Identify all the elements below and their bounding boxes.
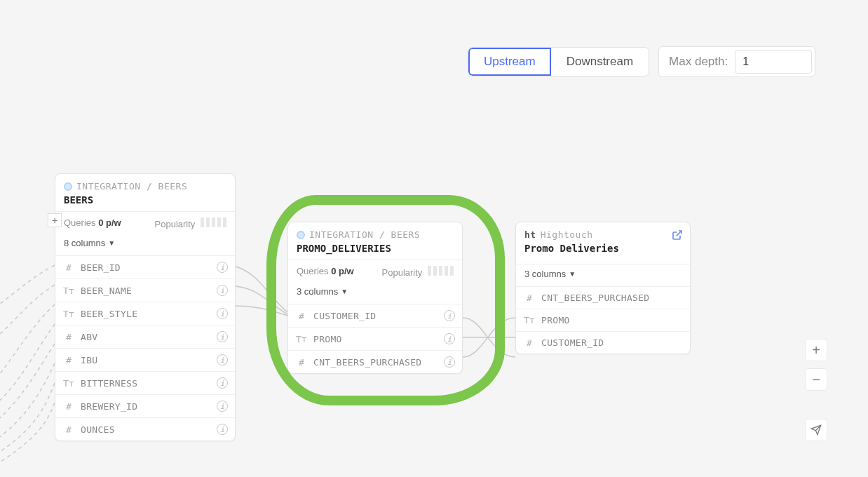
upstream-button[interactable]: Upstream	[468, 48, 551, 76]
column-row[interactable]: #CNT_BEERS_PURCHASED	[516, 287, 690, 309]
column-row[interactable]: #CUSTOMER_IDi	[288, 304, 462, 327]
queries-stat: Queries 0 p/w	[64, 217, 121, 229]
external-link-icon[interactable]	[672, 229, 683, 243]
max-depth-label: Max depth:	[669, 55, 728, 69]
vendor-abbrev: ht	[524, 229, 536, 240]
columns-toggle[interactable]: 3 columns ▼	[288, 282, 462, 304]
downstream-button[interactable]: Downstream	[551, 48, 649, 76]
column-row[interactable]: #CUSTOMER_ID	[516, 331, 690, 354]
info-icon[interactable]: i	[217, 401, 228, 412]
node-card-hightouch[interactable]: ht Hightouch Promo Deliveries 3 columns …	[515, 222, 691, 354]
columns-summary: 3 columns	[297, 286, 338, 297]
column-row[interactable]: TᴛBEER_NAMEi	[55, 278, 235, 302]
columns-summary: 8 columns	[64, 238, 105, 248]
breadcrumb: INTEGRATION / BEERS	[76, 181, 187, 192]
column-row[interactable]: #CNT_BEERS_PURCHASEDi	[288, 350, 462, 373]
node-card-beers[interactable]: + INTEGRATION / BEERS BEERS Queries 0 p/…	[55, 173, 236, 441]
locate-button[interactable]	[805, 419, 827, 441]
columns-toggle[interactable]: 3 columns ▼	[516, 264, 690, 286]
direction-segmented-control: Upstream Downstream	[468, 48, 649, 76]
card-title: Promo Deliveries	[524, 243, 681, 254]
card-title: BEERS	[64, 194, 226, 206]
popularity-stat: Popularity	[382, 266, 454, 278]
card-title: PROMO_DELIVERIES	[297, 243, 454, 254]
info-icon[interactable]: i	[444, 356, 455, 368]
info-icon[interactable]: i	[217, 354, 228, 365]
breadcrumb: INTEGRATION / BEERS	[309, 229, 420, 240]
columns-toggle[interactable]: 8 columns ▼	[55, 234, 235, 255]
info-icon[interactable]: i	[217, 285, 228, 296]
info-icon[interactable]: i	[217, 331, 228, 342]
info-icon[interactable]: i	[217, 262, 228, 273]
max-depth-input[interactable]	[735, 50, 812, 74]
column-row[interactable]: TᴛBITTERNESSi	[55, 371, 235, 394]
info-icon[interactable]: i	[217, 424, 228, 435]
node-card-promo-deliveries[interactable]: INTEGRATION / BEERS PROMO_DELIVERIES Que…	[287, 222, 463, 374]
info-icon[interactable]: i	[444, 310, 455, 321]
info-icon[interactable]: i	[217, 308, 228, 319]
caret-down-icon: ▼	[569, 270, 576, 278]
column-row[interactable]: #BEER_IDi	[55, 256, 235, 278]
source-badge-icon	[297, 231, 305, 239]
caret-down-icon: ▼	[341, 288, 348, 295]
caret-down-icon: ▼	[108, 239, 115, 247]
columns-summary: 3 columns	[524, 269, 566, 279]
column-row[interactable]: #OUNCESi	[55, 417, 235, 441]
column-row[interactable]: TᴛPROMOi	[288, 327, 462, 350]
queries-stat: Queries 0 p/w	[297, 266, 354, 278]
expand-upstream-button[interactable]: +	[48, 213, 62, 227]
column-row[interactable]: #ABVi	[55, 325, 235, 348]
column-row[interactable]: TᴛBEER_STYLEi	[55, 302, 235, 325]
canvas-controls: + −	[805, 339, 827, 441]
source-badge-icon	[64, 182, 72, 191]
zoom-out-button[interactable]: −	[805, 368, 827, 391]
lineage-toolbar: Upstream Downstream Max depth:	[468, 46, 815, 77]
popularity-stat: Popularity	[155, 217, 226, 229]
column-row[interactable]: TᴛPROMO	[516, 309, 690, 331]
zoom-in-button[interactable]: +	[805, 339, 827, 361]
column-row[interactable]: #IBUi	[55, 348, 235, 371]
vendor-name: Hightouch	[541, 229, 593, 240]
column-row[interactable]: #BREWERY_IDi	[55, 394, 235, 417]
info-icon[interactable]: i	[217, 377, 228, 389]
max-depth-control: Max depth:	[658, 46, 815, 77]
info-icon[interactable]: i	[444, 333, 455, 344]
